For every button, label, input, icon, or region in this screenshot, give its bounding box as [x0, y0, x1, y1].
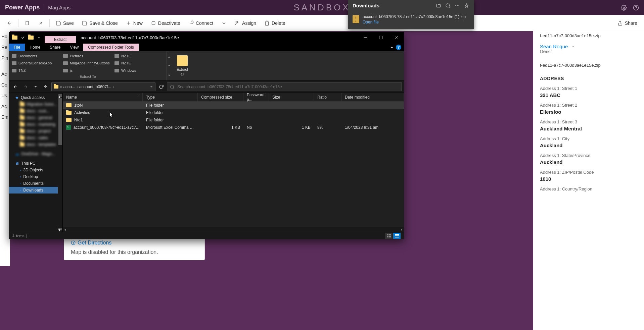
extract-dest[interactable]: NZTE [114, 60, 165, 67]
col-password[interactable]: Password p... [243, 93, 269, 101]
left-nav[interactable]: Ho Re Pin Ac Co Us Ac Em [0, 31, 10, 266]
tree-item[interactable]: Migration Solut... [9, 101, 62, 108]
download-item[interactable]: account_b0607f03-78cf-ed11-a7c7-000d3ae1… [348, 11, 474, 29]
extract-dest[interactable]: Pictures [62, 53, 113, 59]
close-button[interactable] [388, 32, 404, 43]
breadcrumb-item[interactable]: account_b0607f... [79, 85, 111, 89]
extract-dest[interactable]: NZTE [114, 53, 165, 59]
open-file-link[interactable]: Open file [363, 20, 466, 24]
chevron-down-icon[interactable] [571, 44, 575, 48]
col-compressed[interactable]: Compressed size [198, 93, 243, 101]
col-date[interactable]: Date modified [341, 93, 404, 101]
col-type[interactable]: Type [143, 93, 198, 101]
share-button[interactable]: Share [614, 18, 641, 28]
get-directions-link[interactable]: Get Directions [71, 240, 198, 246]
scroll-down-icon[interactable] [168, 64, 171, 67]
minimize-button[interactable] [358, 32, 373, 43]
col-size[interactable]: Size [269, 93, 314, 101]
col-ratio[interactable]: Ratio [314, 93, 341, 101]
search-icon[interactable] [445, 3, 451, 8]
hscrollbar[interactable]: ◂▸ [63, 227, 404, 232]
back-button[interactable] [3, 18, 15, 28]
chevron-up-icon[interactable] [390, 45, 394, 49]
extract-dest[interactable]: Windows [114, 67, 165, 74]
qat-checkbox[interactable] [19, 34, 27, 41]
tree-item[interactable]: docs - templates [9, 141, 62, 148]
help-icon[interactable] [633, 5, 639, 11]
tree-item[interactable]: ▫Documents [9, 180, 62, 187]
tree-item[interactable]: docs - marketng [9, 121, 62, 128]
extract-dest[interactable]: MagApps.InfinityButtons [62, 60, 113, 67]
window-titlebar[interactable]: Extract account_b0607f03-78cf-ed11-a7c7-… [9, 32, 404, 43]
search-input[interactable] [177, 85, 399, 89]
tree-item[interactable]: docs - project [9, 128, 62, 134]
tree-item[interactable]: ▫Desktop [9, 173, 62, 180]
field-value[interactable]: Auckland [540, 143, 637, 148]
extract-dest[interactable]: js [62, 67, 113, 74]
tree-item[interactable]: docs - sales [9, 134, 62, 141]
chevron-down-icon[interactable] [150, 85, 153, 89]
owner-name[interactable]: Sean Roque [540, 44, 568, 49]
powerapps-logo[interactable]: Power Apps [5, 4, 40, 11]
view-details-button[interactable] [393, 233, 401, 239]
nav-back-button[interactable] [11, 82, 20, 91]
extract-dest[interactable]: GeneralConsoleApp [11, 60, 62, 67]
new-button[interactable]: New [123, 18, 146, 28]
clipboard-button[interactable] [21, 18, 33, 28]
app-name[interactable]: Mag Apps [48, 5, 71, 10]
address-bar[interactable]: « acco... › account_b0607f... › [51, 82, 155, 91]
gear-icon[interactable] [621, 5, 627, 11]
field-value[interactable]: 321 ABC [540, 92, 637, 98]
nav-up-button[interactable] [41, 82, 50, 91]
field-value[interactable]: Ellersloo [540, 109, 637, 115]
nav-history-dropdown[interactable] [31, 82, 40, 91]
extract-dest[interactable]: TNZ [11, 67, 62, 74]
field-value[interactable]: 1010 [540, 176, 637, 182]
tree-item-downloads[interactable]: ▫Downloads [9, 187, 62, 194]
refresh-button[interactable] [157, 82, 166, 91]
tab-file[interactable]: File [9, 44, 25, 51]
extract-all-button[interactable]: Extract all [172, 51, 192, 80]
help-icon[interactable]: ? [396, 45, 401, 50]
breadcrumb-item[interactable]: acco... [63, 85, 75, 89]
nav-forward-button[interactable] [21, 82, 30, 91]
pin-icon[interactable] [464, 3, 469, 8]
context-tab-extract[interactable]: Extract [45, 36, 76, 43]
file-row[interactable]: 1toN File folder [63, 102, 404, 109]
qat-dropdown[interactable] [35, 34, 43, 41]
tree-quick-access[interactable]: ★Quick access [9, 94, 62, 101]
connect-button[interactable]: Connect [185, 18, 217, 28]
file-row[interactable]: account_b0607f03-78cf-ed11-a7c7... Micro… [63, 124, 404, 131]
save-close-button[interactable]: Save & Close [79, 18, 121, 28]
tab-compressed-tools[interactable]: Compressed Folder Tools [83, 44, 139, 51]
more-icon[interactable] [168, 73, 171, 76]
delete-button[interactable]: Delete [261, 18, 288, 28]
file-row[interactable]: Nto1 File folder [63, 116, 404, 124]
connect-dropdown[interactable] [218, 18, 230, 28]
assign-button[interactable]: Assign [231, 18, 260, 28]
view-thumbnails-button[interactable] [385, 233, 393, 239]
scroll-up-icon[interactable] [168, 55, 171, 59]
qat-folder-icon[interactable] [27, 34, 35, 41]
folder-icon[interactable] [436, 3, 441, 8]
extract-dest[interactable]: Documents [11, 53, 62, 59]
tree-item[interactable]: docs - cust... [9, 108, 62, 114]
open-new-button[interactable] [35, 18, 47, 28]
more-icon[interactable] [455, 3, 460, 8]
nav-tree[interactable]: ▴▾ ★Quick access Migration Solut... docs… [9, 93, 63, 232]
search-box[interactable] [167, 82, 402, 91]
tab-share[interactable]: Share [45, 44, 65, 51]
tab-view[interactable]: View [65, 44, 83, 51]
maximize-button[interactable] [373, 32, 388, 43]
field-value[interactable]: Auckland Mentral [540, 126, 637, 131]
tree-item[interactable]: ▫3D Objects [9, 167, 62, 173]
tab-home[interactable]: Home [25, 44, 45, 51]
tree-item[interactable]: docs - general [9, 114, 62, 121]
deactivate-button[interactable]: Deactivate [147, 18, 184, 28]
tree-this-pc[interactable]: 🖥This PC [9, 160, 62, 167]
save-button[interactable]: Save [52, 18, 77, 28]
tree-onedrive[interactable]: ☁OneDrive - Magn... [9, 151, 62, 157]
col-name[interactable]: Name˄ [63, 93, 143, 101]
file-row[interactable]: Activities File folder [63, 109, 404, 116]
field-value[interactable]: Auckland [540, 159, 637, 165]
